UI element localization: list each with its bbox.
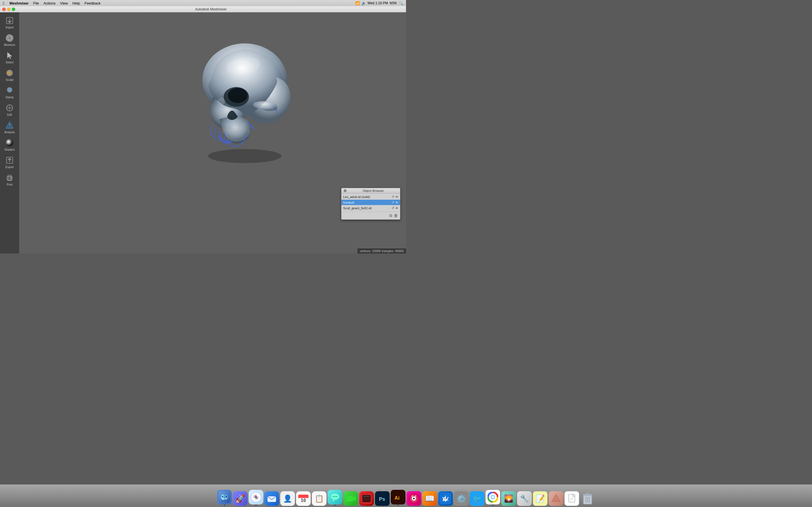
edit-label: Edit <box>7 113 12 116</box>
sidebar-item-edit[interactable]: Edit <box>1 101 18 118</box>
ob-delete-button[interactable]: 🗑 <box>394 213 398 218</box>
object-browser-panel: Object Browser Leo_adult.stl (solid) ↺ 👁… <box>341 188 400 220</box>
meshmix-icon <box>4 33 15 43</box>
sidebar-item-select[interactable]: Select <box>1 49 18 66</box>
svg-line-40 <box>213 141 293 237</box>
ob-item-lionskull[interactable]: lionskull ↺ 👁 <box>342 200 400 205</box>
sidebar: Import Meshmix Select <box>0 12 19 253</box>
svg-point-43 <box>202 43 287 117</box>
ob-item-scull[interactable]: Scull_geant_fix02.stl ↺ 👁 <box>342 205 400 211</box>
print-label: Print <box>7 183 13 186</box>
status-text: vertices: 33906 triangles: 66656 <box>360 249 404 252</box>
sidebar-item-meshmix[interactable]: Meshmix <box>1 31 18 48</box>
ob-duplicate-button[interactable]: ⧉ <box>389 213 392 218</box>
window-title: Autodesk Meshmixer <box>18 7 404 11</box>
svg-point-2 <box>6 34 13 42</box>
traffic-lights <box>2 8 15 11</box>
import-icon <box>4 15 15 25</box>
sidebar-item-analysis[interactable]: Analysis <box>1 119 18 135</box>
select-icon <box>4 50 15 61</box>
clock: Wed 1:16 PM <box>368 1 388 5</box>
svg-point-26 <box>11 177 12 178</box>
sidebar-item-print[interactable]: Print <box>1 171 18 188</box>
grid-floor <box>19 124 406 237</box>
object-browser-titlebar: Object Browser <box>342 188 400 193</box>
export-label: Export <box>6 166 14 169</box>
app-menu-meshmixer[interactable]: Meshmixer <box>7 1 31 6</box>
viewport[interactable]: Object Browser Leo_adult.stl (solid) ↺ 👁… <box>19 12 406 253</box>
close-button[interactable] <box>2 8 6 11</box>
object-browser-list: Leo_adult.stl (solid) ↺ 👁 lionskull ↺ 👁 … <box>342 193 400 212</box>
shaders-label: Shaders <box>4 148 15 151</box>
svg-line-36 <box>132 141 213 237</box>
ob-eye-icon-0[interactable]: 👁 <box>395 195 398 199</box>
svg-point-44 <box>223 87 249 107</box>
stamp-icon <box>4 86 15 96</box>
search-icon[interactable]: 🔍 <box>399 1 403 5</box>
ob-item-lionskull-name: lionskull <box>343 201 392 204</box>
shaders-icon <box>4 138 15 148</box>
sidebar-item-shaders[interactable]: Shaders <box>1 136 18 153</box>
ob-item-lionskull-icons: ↺ 👁 <box>392 201 398 204</box>
ob-item-scull-name: Scull_geant_fix02.stl <box>343 207 392 210</box>
timezone: MSK <box>390 1 397 5</box>
menu-help[interactable]: Help <box>70 1 82 6</box>
ob-refresh-icon-0[interactable]: ↺ <box>392 195 394 199</box>
ob-eye-icon-1[interactable]: 👁 <box>395 201 398 204</box>
ob-item-leo[interactable]: Leo_adult.stl (solid) ↺ 👁 <box>342 194 400 200</box>
ob-refresh-icon-1[interactable]: ↺ <box>392 201 394 204</box>
svg-rect-24 <box>8 175 11 177</box>
export-icon <box>4 155 15 165</box>
menu-file[interactable]: File <box>31 1 41 6</box>
ob-eye-icon-2[interactable]: 👁 <box>395 207 398 210</box>
edit-icon <box>4 103 15 113</box>
print-icon <box>4 173 15 183</box>
menu-view[interactable]: View <box>58 1 70 6</box>
svg-point-46 <box>208 149 282 163</box>
analysis-icon <box>4 120 15 130</box>
object-browser-footer: ⧉ 🗑 <box>342 212 400 219</box>
object-browser-title: Object Browser <box>349 189 398 192</box>
svg-marker-5 <box>7 52 12 59</box>
minimize-button[interactable] <box>7 8 10 11</box>
sculpt-label: Sculpt <box>6 78 13 81</box>
stamp-label: Stamp <box>6 96 14 99</box>
svg-line-34 <box>47 141 213 237</box>
apple-menu[interactable]:  <box>0 1 7 6</box>
svg-point-9 <box>8 89 10 90</box>
ob-item-leo-icons: ↺ 👁 <box>392 195 398 199</box>
volume-icon: 🔊 <box>361 1 366 5</box>
sidebar-item-sculpt[interactable]: Sculpt <box>1 66 18 83</box>
ob-item-leo-name: Leo_adult.stl (solid) <box>343 195 392 199</box>
maximize-button[interactable] <box>12 8 15 11</box>
import-label: Import <box>6 26 13 29</box>
select-label: Select <box>6 61 13 64</box>
object-browser-close[interactable] <box>344 189 347 192</box>
svg-rect-25 <box>8 179 11 180</box>
main-layout: Import Meshmix Select <box>0 12 406 253</box>
svg-point-20 <box>6 139 13 147</box>
sculpt-icon <box>4 68 15 78</box>
svg-point-45 <box>228 88 248 103</box>
skull-model <box>177 35 296 170</box>
ob-refresh-icon-2[interactable]: ↺ <box>392 206 394 210</box>
analysis-label: Analysis <box>4 131 15 134</box>
svg-point-8 <box>8 89 11 91</box>
sidebar-item-stamp[interactable]: Stamp <box>1 83 18 101</box>
sidebar-item-export[interactable]: Export <box>1 154 18 170</box>
menubar:  Meshmixer File Actions View Help Feedb… <box>0 0 406 6</box>
svg-point-47 <box>225 55 262 77</box>
svg-line-35 <box>90 141 213 237</box>
svg-line-41 <box>213 141 336 237</box>
menu-feedback[interactable]: Feedback <box>82 1 103 6</box>
menu-actions[interactable]: Actions <box>41 1 58 6</box>
meshmix-label: Meshmix <box>4 43 15 47</box>
svg-line-37 <box>174 141 213 237</box>
wifi-icon: 📶 <box>355 1 360 5</box>
window-chrome: Autodesk Meshmixer <box>0 6 406 12</box>
ob-item-scull-icons: ↺ 👁 <box>392 206 398 210</box>
svg-line-39 <box>213 141 251 237</box>
sidebar-item-import[interactable]: Import <box>1 14 18 31</box>
status-bar: vertices: 33906 triangles: 66656 <box>357 248 406 253</box>
